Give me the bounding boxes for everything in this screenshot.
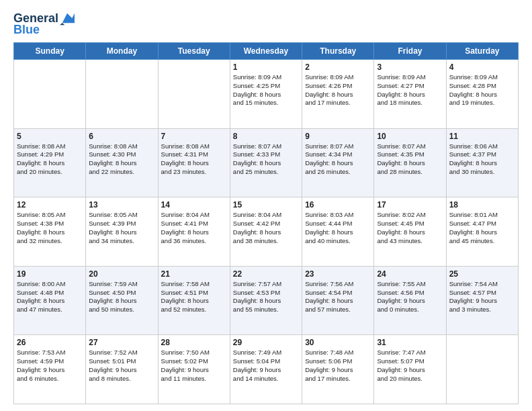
calendar-cell: 12Sunrise: 8:05 AM Sunset: 4:38 PM Dayli…	[14, 197, 86, 267]
day-info: Sunrise: 8:03 AM Sunset: 4:44 PM Dayligh…	[305, 211, 371, 245]
day-number: 4	[449, 62, 515, 72]
calendar-cell: 9Sunrise: 8:07 AM Sunset: 4:34 PM Daylig…	[302, 128, 374, 197]
calendar-cell: 26Sunrise: 7:53 AM Sunset: 4:59 PM Dayli…	[14, 335, 86, 404]
day-number: 23	[305, 269, 371, 279]
calendar-cell: 17Sunrise: 8:02 AM Sunset: 4:45 PM Dayli…	[374, 197, 446, 267]
calendar-cell: 23Sunrise: 7:56 AM Sunset: 4:54 PM Dayli…	[302, 266, 374, 335]
calendar-cell: 14Sunrise: 8:04 AM Sunset: 4:41 PM Dayli…	[158, 197, 230, 267]
calendar-cell: 15Sunrise: 8:04 AM Sunset: 4:42 PM Dayli…	[230, 197, 302, 267]
day-info: Sunrise: 8:04 AM Sunset: 4:42 PM Dayligh…	[233, 211, 299, 245]
calendar-cell: 25Sunrise: 7:54 AM Sunset: 4:57 PM Dayli…	[446, 266, 518, 335]
day-info: Sunrise: 8:09 AM Sunset: 4:27 PM Dayligh…	[377, 73, 443, 107]
day-number: 6	[89, 132, 154, 141]
day-header-saturday: Saturday	[446, 43, 518, 60]
day-header-monday: Monday	[86, 43, 158, 60]
day-number: 19	[17, 269, 83, 279]
day-number: 27	[89, 338, 154, 347]
calendar-cell: 10Sunrise: 8:07 AM Sunset: 4:35 PM Dayli…	[374, 128, 446, 197]
day-info: Sunrise: 7:48 AM Sunset: 5:06 PM Dayligh…	[305, 349, 371, 383]
svg-marker-0	[62, 13, 75, 24]
calendar-cell	[158, 60, 230, 129]
day-number: 31	[377, 338, 443, 347]
calendar-cell: 2Sunrise: 8:09 AM Sunset: 4:26 PM Daylig…	[302, 60, 374, 129]
day-info: Sunrise: 7:53 AM Sunset: 4:59 PM Dayligh…	[17, 349, 83, 383]
day-info: Sunrise: 8:08 AM Sunset: 4:30 PM Dayligh…	[89, 142, 154, 177]
day-number: 16	[305, 200, 371, 210]
day-header-tuesday: Tuesday	[158, 43, 230, 60]
day-info: Sunrise: 8:07 AM Sunset: 4:34 PM Dayligh…	[305, 142, 371, 177]
day-number: 30	[305, 338, 371, 347]
calendar-cell: 11Sunrise: 8:06 AM Sunset: 4:37 PM Dayli…	[446, 128, 518, 197]
day-info: Sunrise: 8:07 AM Sunset: 4:35 PM Dayligh…	[377, 142, 443, 177]
day-number: 9	[305, 132, 371, 141]
calendar-cell: 28Sunrise: 7:50 AM Sunset: 5:02 PM Dayli…	[158, 335, 230, 404]
day-number: 24	[377, 269, 443, 279]
calendar-cell: 27Sunrise: 7:52 AM Sunset: 5:01 PM Dayli…	[86, 335, 158, 404]
day-number: 28	[161, 338, 227, 347]
svg-marker-1	[60, 23, 64, 25]
day-info: Sunrise: 7:56 AM Sunset: 4:54 PM Dayligh…	[305, 280, 371, 314]
day-info: Sunrise: 8:04 AM Sunset: 4:41 PM Dayligh…	[161, 211, 227, 245]
day-number: 14	[161, 200, 227, 210]
day-info: Sunrise: 7:47 AM Sunset: 5:07 PM Dayligh…	[377, 349, 443, 383]
day-info: Sunrise: 8:08 AM Sunset: 4:29 PM Dayligh…	[17, 142, 83, 177]
calendar-week-1: 1Sunrise: 8:09 AM Sunset: 4:25 PM Daylig…	[14, 60, 519, 129]
day-number: 25	[449, 269, 515, 279]
day-number: 1	[233, 62, 299, 72]
day-info: Sunrise: 8:06 AM Sunset: 4:37 PM Dayligh…	[449, 142, 515, 177]
day-header-friday: Friday	[374, 43, 446, 60]
calendar-cell: 20Sunrise: 7:59 AM Sunset: 4:50 PM Dayli…	[86, 266, 158, 335]
day-info: Sunrise: 7:59 AM Sunset: 4:50 PM Dayligh…	[89, 280, 154, 314]
page: General Blue SundayMondayTuesdayWednesda…	[0, 0, 532, 411]
day-info: Sunrise: 7:52 AM Sunset: 5:01 PM Dayligh…	[89, 349, 154, 383]
calendar-table: SundayMondayTuesdayWednesdayThursdayFrid…	[13, 42, 519, 404]
day-number: 7	[161, 132, 227, 141]
calendar-cell: 29Sunrise: 7:49 AM Sunset: 5:04 PM Dayli…	[230, 335, 302, 404]
calendar-week-5: 26Sunrise: 7:53 AM Sunset: 4:59 PM Dayli…	[14, 335, 519, 404]
calendar-cell: 30Sunrise: 7:48 AM Sunset: 5:06 PM Dayli…	[302, 335, 374, 404]
calendar-cell: 5Sunrise: 8:08 AM Sunset: 4:29 PM Daylig…	[14, 128, 86, 197]
day-info: Sunrise: 8:09 AM Sunset: 4:25 PM Dayligh…	[233, 73, 299, 107]
day-info: Sunrise: 8:02 AM Sunset: 4:45 PM Dayligh…	[377, 211, 443, 245]
calendar-cell	[86, 60, 158, 129]
logo-icon	[60, 11, 75, 26]
day-info: Sunrise: 7:55 AM Sunset: 4:56 PM Dayligh…	[377, 280, 443, 314]
calendar-cell: 7Sunrise: 8:08 AM Sunset: 4:31 PM Daylig…	[158, 128, 230, 197]
calendar-cell: 4Sunrise: 8:09 AM Sunset: 4:28 PM Daylig…	[446, 60, 518, 129]
header: General Blue	[13, 11, 519, 37]
day-header-thursday: Thursday	[302, 43, 374, 60]
days-header-row: SundayMondayTuesdayWednesdayThursdayFrid…	[14, 43, 519, 60]
calendar-cell: 18Sunrise: 8:01 AM Sunset: 4:47 PM Dayli…	[446, 197, 518, 267]
day-info: Sunrise: 8:00 AM Sunset: 4:48 PM Dayligh…	[17, 280, 83, 314]
calendar-cell: 24Sunrise: 7:55 AM Sunset: 4:56 PM Dayli…	[374, 266, 446, 335]
calendar-week-4: 19Sunrise: 8:00 AM Sunset: 4:48 PM Dayli…	[14, 266, 519, 335]
day-info: Sunrise: 8:07 AM Sunset: 4:33 PM Dayligh…	[233, 142, 299, 177]
day-number: 13	[89, 200, 154, 210]
day-number: 10	[377, 132, 443, 141]
day-number: 11	[449, 132, 515, 141]
day-number: 26	[17, 338, 83, 347]
calendar-cell: 6Sunrise: 8:08 AM Sunset: 4:30 PM Daylig…	[86, 128, 158, 197]
calendar-cell: 22Sunrise: 7:57 AM Sunset: 4:53 PM Dayli…	[230, 266, 302, 335]
calendar-week-2: 5Sunrise: 8:08 AM Sunset: 4:29 PM Daylig…	[14, 128, 519, 197]
calendar-cell: 3Sunrise: 8:09 AM Sunset: 4:27 PM Daylig…	[374, 60, 446, 129]
calendar-cell: 31Sunrise: 7:47 AM Sunset: 5:07 PM Dayli…	[374, 335, 446, 404]
day-header-wednesday: Wednesday	[230, 43, 302, 60]
day-info: Sunrise: 7:49 AM Sunset: 5:04 PM Dayligh…	[233, 349, 299, 383]
day-number: 18	[449, 200, 515, 210]
day-number: 2	[305, 62, 371, 72]
logo: General Blue	[13, 11, 76, 37]
calendar-cell: 8Sunrise: 8:07 AM Sunset: 4:33 PM Daylig…	[230, 128, 302, 197]
day-info: Sunrise: 7:58 AM Sunset: 4:51 PM Dayligh…	[161, 280, 227, 314]
day-number: 22	[233, 269, 299, 279]
day-header-sunday: Sunday	[14, 43, 86, 60]
day-number: 15	[233, 200, 299, 210]
day-info: Sunrise: 8:05 AM Sunset: 4:38 PM Dayligh…	[17, 211, 83, 245]
day-number: 17	[377, 200, 443, 210]
day-number: 29	[233, 338, 299, 347]
calendar-cell: 1Sunrise: 8:09 AM Sunset: 4:25 PM Daylig…	[230, 60, 302, 129]
calendar-cell	[446, 335, 518, 404]
calendar-week-3: 12Sunrise: 8:05 AM Sunset: 4:38 PM Dayli…	[14, 197, 519, 267]
day-info: Sunrise: 8:05 AM Sunset: 4:39 PM Dayligh…	[89, 211, 154, 245]
calendar-cell: 13Sunrise: 8:05 AM Sunset: 4:39 PM Dayli…	[86, 197, 158, 267]
